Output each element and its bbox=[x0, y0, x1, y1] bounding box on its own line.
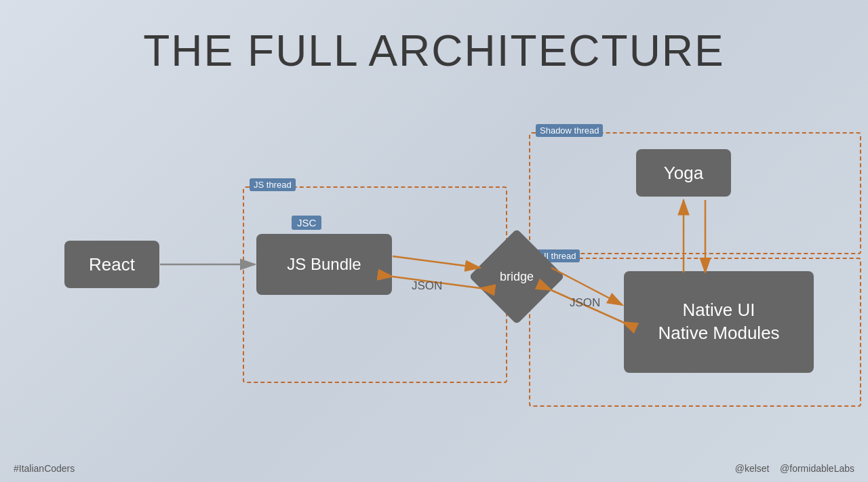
page-title: THE FULL ARCHITECTURE bbox=[0, 0, 868, 76]
react-label: React bbox=[89, 254, 135, 275]
yoga-label: Yoga bbox=[664, 163, 703, 184]
yoga-box: Yoga bbox=[636, 149, 731, 197]
js-bundle-box: JS Bundle bbox=[256, 234, 392, 295]
native-ui-label: Native UI bbox=[683, 299, 755, 322]
js-thread-label: JS thread bbox=[250, 178, 296, 191]
bridge-label: bridge bbox=[483, 243, 551, 310]
react-box: React bbox=[64, 241, 159, 288]
js-bundle-label: JS Bundle bbox=[287, 255, 361, 274]
footer-formidablelabs: @formidableLabs bbox=[780, 463, 854, 474]
native-modules-label: Native Modules bbox=[658, 322, 779, 345]
shadow-thread-label: Shadow thread bbox=[536, 124, 603, 137]
diagram-area: React JS thread JSC JS Bundle Shadow thr… bbox=[27, 122, 841, 441]
footer-left: #ItalianCoders bbox=[14, 463, 75, 474]
jsc-label: JSC bbox=[292, 216, 321, 230]
native-box: Native UI Native Modules bbox=[624, 271, 814, 373]
footer-kelset: @kelset bbox=[735, 463, 770, 474]
footer-right: @kelset @formidableLabs bbox=[735, 463, 854, 474]
